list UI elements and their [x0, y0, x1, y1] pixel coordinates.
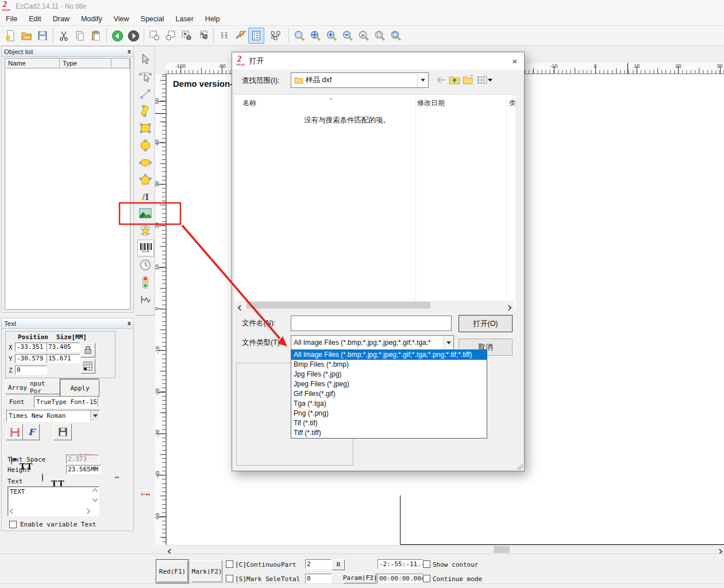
select-mode-1-button[interactable] [147, 28, 163, 44]
hatch-text-button[interactable] [6, 424, 23, 440]
canvas-horizontal-scrollbar[interactable] [166, 545, 724, 554]
input-port-button[interactable]: nput Por [29, 381, 60, 394]
ellipse-tool[interactable] [137, 155, 153, 170]
file-type-combobox[interactable]: All Image Files (*.bmp;*.jpg;*.jpeg;*.gi… [291, 335, 454, 350]
scrollbar-thumb[interactable] [494, 546, 510, 553]
scroll-left-icon[interactable] [10, 509, 16, 514]
file-type-option[interactable]: Jpeg Files (*.jpeg) [291, 379, 487, 389]
anchor-grid-button[interactable] [80, 359, 95, 374]
zoom-in-button[interactable] [324, 28, 340, 44]
mark-selected-checkbox[interactable] [226, 575, 233, 582]
scroll-left-icon[interactable] [238, 303, 242, 312]
hatch-button[interactable]: H [216, 28, 232, 44]
resize-grip[interactable] [516, 463, 523, 470]
scroll-right-icon[interactable] [85, 509, 91, 514]
circle-tool[interactable] [137, 137, 153, 153]
param-button[interactable]: Param(F3) [344, 572, 376, 583]
node-hierarchy-button[interactable] [268, 28, 284, 44]
menu-help[interactable]: Help [199, 13, 226, 25]
font-name-dropdown-button[interactable] [90, 410, 99, 421]
clock-tool[interactable] [137, 257, 153, 272]
continue-mode-checkbox[interactable] [423, 575, 430, 582]
column-header-type[interactable]: Type [60, 59, 111, 68]
x-size-field[interactable]: 73.405 [47, 343, 80, 352]
copy-button[interactable] [72, 28, 88, 44]
reset-count-button[interactable]: R [332, 559, 345, 570]
menu-modify[interactable]: Modify [75, 13, 108, 25]
column-header-name[interactable]: Name [5, 59, 60, 68]
file-type-option[interactable]: Gif Files(*.gif) [291, 389, 487, 399]
text-panel-close-icon[interactable]: x [127, 320, 131, 327]
paste-button[interactable] [88, 28, 104, 44]
save-font-params-button[interactable] [53, 424, 72, 440]
column-header-type[interactable]: 类 [509, 98, 516, 108]
vector-file-tool[interactable] [137, 222, 153, 238]
up-one-level-button[interactable] [448, 74, 461, 86]
zoom-selection-button[interactable] [372, 28, 388, 44]
file-type-option[interactable]: Tif (*.tif) [291, 418, 487, 428]
file-type-option[interactable]: Bmp Files (*.bmp) [291, 360, 487, 370]
scroll-right-icon[interactable] [507, 303, 511, 312]
menu-view[interactable]: View [108, 13, 135, 25]
column-header-blank[interactable] [111, 59, 130, 68]
cut-button[interactable] [56, 28, 72, 44]
font-type-dropdown-button[interactable] [97, 397, 100, 408]
continuous-checkbox[interactable] [226, 560, 233, 568]
enable-variable-text-checkbox[interactable] [9, 521, 17, 528]
redo-button[interactable] [125, 28, 141, 44]
y-size-field[interactable]: 15.671 [47, 354, 80, 363]
file-name-input[interactable] [291, 316, 452, 331]
font-style-button[interactable]: F [23, 424, 40, 440]
file-type-option[interactable]: Png (*.png) [291, 409, 487, 418]
rectangle-tool[interactable] [137, 120, 153, 136]
apply-button[interactable]: Apply [60, 379, 99, 397]
height-field[interactable]: 23.565MM [66, 465, 101, 474]
array-button[interactable]: Array [5, 381, 30, 394]
font-type-combobox[interactable]: TrueType Font-15 [34, 396, 100, 408]
font-name-combobox[interactable]: Times New Roman [6, 410, 100, 422]
scroll-down-icon[interactable] [93, 497, 98, 502]
object-list-close-icon[interactable]: x [127, 48, 131, 55]
scrollbar-thumb[interactable] [247, 302, 430, 309]
zoom-out-button[interactable] [340, 28, 356, 44]
input-port-tool[interactable] [137, 291, 153, 307]
new-button[interactable] [2, 28, 18, 44]
file-type-dropdown-button[interactable] [443, 336, 453, 349]
nav-back-button[interactable] [434, 74, 447, 86]
open-button[interactable]: 打开(O) [459, 315, 513, 332]
new-folder-button[interactable]: * [462, 74, 475, 86]
menu-edit[interactable]: Edit [23, 13, 47, 25]
dialog-close-icon[interactable]: × [512, 56, 517, 66]
object-list-table[interactable]: Name Type [5, 58, 130, 310]
select-mode-3-button[interactable] [179, 28, 195, 44]
select-mode-2-button[interactable] [163, 28, 179, 44]
red-light-button[interactable]: Red(F1) [157, 560, 188, 582]
object-list-toggle-button[interactable] [248, 28, 264, 44]
file-type-option[interactable]: Jpg Files (*.jpg) [291, 370, 487, 379]
open-button[interactable] [18, 28, 34, 44]
line-tool[interactable] [137, 86, 153, 101]
file-type-option[interactable]: All Image Files (*.bmp;*.jpg;*.jpeg;*.gi… [291, 350, 487, 360]
look-in-dropdown-button[interactable] [417, 73, 428, 87]
zoom-normal-button[interactable] [291, 28, 307, 44]
save-button[interactable] [34, 28, 51, 44]
traffic-light-tool[interactable] [137, 274, 153, 290]
zoom-all-button[interactable]: A [356, 28, 372, 44]
char-space-center-radio[interactable] [42, 473, 43, 482]
file-list-horizontal-scrollbar[interactable] [235, 301, 514, 310]
menu-draw[interactable]: Draw [47, 13, 75, 25]
node-edit-tool[interactable] [137, 68, 153, 84]
select-mode-4-button[interactable] [195, 28, 211, 44]
lock-aspect-button[interactable] [80, 343, 95, 358]
undo-button[interactable] [109, 28, 125, 44]
barcode-tool[interactable]: 01234 [137, 240, 154, 256]
zoom-page-button[interactable] [388, 28, 404, 44]
zoom-pan-button[interactable] [307, 28, 324, 44]
text-content-textarea[interactable]: TEXT [7, 486, 99, 516]
x-position-field[interactable]: -33.351 [15, 343, 47, 352]
select-tool[interactable] [137, 51, 153, 67]
bitmap-tool[interactable] [137, 205, 153, 221]
file-type-option[interactable]: Tiff (*.tiff) [291, 428, 487, 438]
mark-button[interactable]: Mark(F2) [191, 560, 222, 582]
text-tool[interactable]: fI [137, 189, 153, 205]
